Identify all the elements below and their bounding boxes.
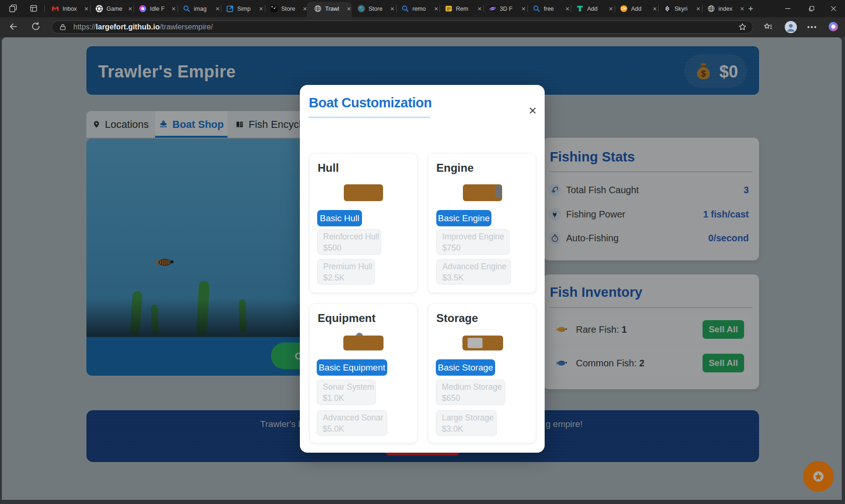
svg-text:T2P: T2P xyxy=(621,7,627,10)
